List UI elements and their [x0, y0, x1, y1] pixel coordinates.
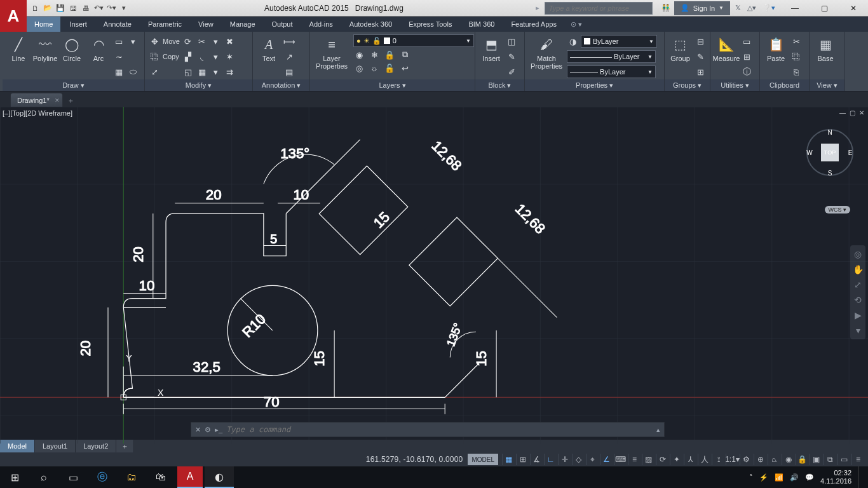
tray-volume-icon[interactable]: 🔊 [790, 473, 799, 482]
chrome-task-icon[interactable]: ◐ [205, 466, 234, 488]
copy-label[interactable]: Copy [163, 53, 179, 60]
id-icon[interactable]: ⓘ [741, 66, 752, 78]
steering-wheel-icon[interactable]: ◎ [854, 249, 862, 259]
maximize-button[interactable]: ▢ [810, 0, 839, 17]
help-icon[interactable]: ❔▾ [763, 4, 775, 12]
layer-thaw-icon[interactable]: ☼ [369, 62, 380, 74]
drawing-canvas-area[interactable]: [–][Top][2D Wireframe] — ▢ ✕ X Y [0, 107, 868, 440]
table-icon[interactable]: ▤ [283, 66, 295, 78]
move-icon[interactable]: ✥ [149, 36, 160, 47]
qat-plot-icon[interactable]: 🖶 [80, 3, 92, 14]
polyline-button[interactable]: 〰Polyline [33, 34, 57, 62]
ribbon-tab-addins[interactable]: Add-ins [302, 17, 341, 32]
hatch-icon[interactable]: ▦ [113, 66, 125, 78]
ribbon-tab-parametric[interactable]: Parametric [140, 17, 189, 32]
layer-off-icon[interactable]: ◉ [353, 49, 365, 60]
signin-button[interactable]: 👤 Sign In ▼ [674, 1, 730, 15]
tray-up-icon[interactable]: ˄ [749, 473, 753, 482]
ribbon-tab-bim360[interactable]: BIM 360 [461, 17, 502, 32]
taskbar-search-icon[interactable]: ⌕ [29, 466, 58, 488]
layer-iso-icon[interactable]: ◎ [353, 62, 365, 74]
autocad-task-icon[interactable]: A [177, 466, 203, 488]
qat-open-icon[interactable]: 📂 [42, 3, 53, 14]
infocenter-arrow-icon[interactable]: ▸ [536, 4, 539, 12]
measure-button[interactable]: 📐Measure [714, 34, 738, 62]
tray-network-icon[interactable]: ⚡ [759, 473, 768, 482]
showmotion-icon[interactable]: ▶ [855, 310, 862, 320]
dynucs-toggle-icon[interactable]: ⅄ [684, 454, 696, 465]
cmd-close-icon[interactable]: ✕ [195, 426, 201, 434]
mirror-icon[interactable]: ▞ [182, 51, 194, 62]
close-button[interactable]: ✕ [839, 0, 868, 17]
clip-copy-icon[interactable]: ⿻ [790, 51, 802, 62]
qat-save-icon[interactable]: 💾 [55, 3, 66, 14]
current-layer-combo[interactable]: ● ☀ 🔓 0 ▼ [353, 34, 474, 47]
wcs-indicator[interactable]: WCS ▾ [825, 206, 851, 214]
layer-unlock-icon[interactable]: 🔓 [384, 62, 395, 74]
lineweight-combo[interactable]: —————— ByLayer▼ [567, 50, 656, 63]
orbit-icon[interactable]: ⟲ [854, 295, 862, 305]
group-button[interactable]: ⬚Group [668, 34, 692, 62]
minimize-button[interactable]: — [780, 0, 810, 17]
polar-toggle-icon[interactable]: ✛ [558, 454, 571, 465]
ribbon-tab-insert[interactable]: Insert [62, 17, 95, 32]
quickcalc-icon[interactable]: ⊞ [741, 51, 752, 62]
viewcube[interactable]: N S E W TOP [804, 127, 855, 178]
cmd-customize-icon[interactable]: ⚙ [205, 426, 211, 434]
cleanscreen-toggle-icon[interactable]: ▭ [837, 454, 850, 465]
panel-draw-title[interactable]: Draw ▾ [3, 79, 144, 91]
match-properties-button[interactable]: 🖌MatchProperties [529, 34, 564, 70]
rect-icon[interactable]: ▭ [113, 36, 125, 47]
move-label[interactable]: Move [163, 37, 180, 45]
infer-toggle-icon[interactable]: ∡ [530, 454, 543, 465]
ellipse-icon[interactable]: ⬭ [127, 66, 139, 78]
panel-view-title[interactable]: View ▾ [810, 79, 844, 91]
qat-new-icon[interactable]: 🗋 [29, 3, 41, 14]
explorer-icon[interactable]: 🗂 [117, 466, 146, 488]
nav-more-icon[interactable]: ▾ [856, 325, 860, 336]
annoscale-display-icon[interactable]: 1:1▾ [726, 454, 738, 465]
ungroup-icon[interactable]: ⊟ [695, 36, 706, 47]
document-tab-active[interactable]: Drawing1*✕ [10, 93, 63, 107]
annomon-toggle-icon[interactable]: ⊕ [754, 454, 766, 465]
panel-block-title[interactable]: Block ▾ [475, 79, 524, 91]
edit-block-icon[interactable]: ✎ [506, 51, 517, 62]
isodraft-toggle-icon[interactable]: ◇ [572, 454, 585, 465]
layer-match-icon[interactable]: ⧉ [399, 49, 410, 60]
command-input[interactable] [226, 425, 653, 434]
text-button[interactable]: AText [257, 34, 281, 62]
color-icon[interactable]: ◑ [567, 36, 578, 47]
drawing-canvas[interactable]: X Y 70 [0, 107, 868, 444]
ribbon-tab-featuredapps[interactable]: Featured Apps [503, 17, 564, 32]
tray-notifications-icon[interactable]: 💬 [805, 473, 814, 482]
command-line[interactable]: ✕ ⚙ ▸_ ▴ [191, 422, 665, 437]
copybase-icon[interactable]: ⎘ [790, 66, 802, 78]
ribbon-tab-manage[interactable]: Manage [222, 17, 263, 32]
lineweight-toggle-icon[interactable]: ≡ [628, 454, 641, 465]
show-desktop-button[interactable] [858, 466, 862, 488]
start-button[interactable]: ⊞ [0, 466, 29, 488]
taskview-icon[interactable]: ▭ [58, 466, 88, 488]
scale-icon[interactable]: ◱ [182, 66, 194, 78]
base-view-button[interactable]: ▦Base [813, 34, 837, 62]
arc-button[interactable]: ◠Arc [86, 34, 111, 62]
groupedit-icon[interactable]: ✎ [695, 51, 706, 62]
linetype-combo[interactable]: ———— ByLayer▼ [567, 65, 656, 78]
infocenter-search-input[interactable] [545, 2, 653, 15]
dim-linear-icon[interactable]: ⟼ [283, 36, 295, 47]
ribbon-tab-output[interactable]: Output [264, 17, 301, 32]
ribbon-tab-view[interactable]: View [191, 17, 221, 32]
cycling-toggle-icon[interactable]: ⟳ [656, 454, 668, 465]
store-icon[interactable]: 🛍 [146, 466, 175, 488]
fillet-icon[interactable]: ◟ [196, 51, 208, 62]
pan-icon[interactable]: ✋ [853, 264, 864, 274]
otrack-toggle-icon[interactable]: ∠ [600, 454, 613, 465]
close-tab-icon[interactable]: ✕ [55, 97, 60, 104]
copy-icon[interactable]: ⿻ [149, 51, 160, 62]
layer-freeze-icon[interactable]: ❄ [369, 49, 380, 60]
workspace-switch-icon[interactable]: ⚙ [740, 454, 752, 465]
taskbar-clock[interactable]: 02:32 4.11.2016 [820, 469, 851, 485]
leader-icon[interactable]: ↗ [283, 51, 295, 62]
cut-icon[interactable]: ✂ [790, 36, 802, 47]
layer-properties-button[interactable]: ≡LayerProperties [314, 34, 349, 70]
